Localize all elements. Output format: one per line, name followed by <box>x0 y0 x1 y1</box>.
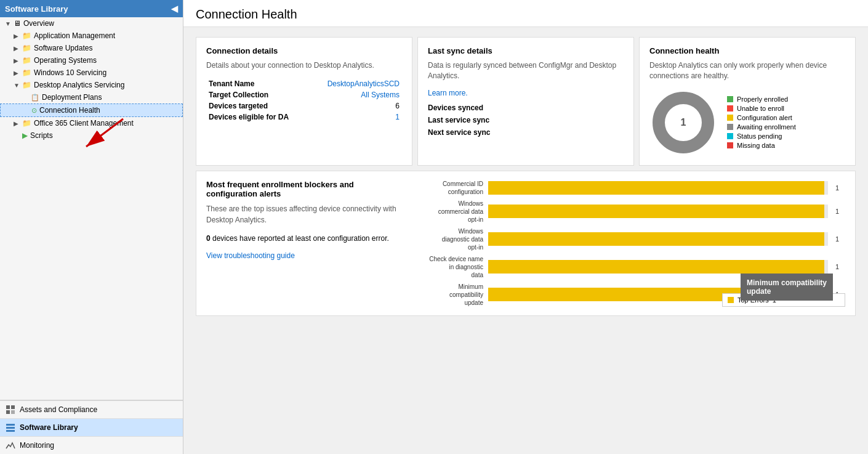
assets-icon <box>5 404 16 415</box>
sidebar-bottom-assets[interactable]: Assets and Compliance <box>0 400 183 418</box>
chart-legend: Properly enrolled Unable to enroll Confi… <box>727 95 796 149</box>
svg-rect-3 <box>6 410 10 414</box>
bar-track <box>488 232 828 246</box>
sidebar-item-label: Software Updates <box>34 44 178 52</box>
connection-health-subtitle: Desktop Analytics can only work properly… <box>649 60 845 81</box>
tooltip-legend-dot <box>728 297 734 303</box>
tooltip-box: Minimum compatibilityupdate <box>741 274 833 301</box>
bar-fill <box>488 205 824 218</box>
sidebar-collapse-btn[interactable]: ◀ <box>171 4 178 14</box>
view-troubleshooting-link[interactable]: View troubleshooting guide <box>206 251 295 260</box>
bar-value: 1 <box>835 184 845 192</box>
sync-devices-label: Devices synced <box>428 103 624 112</box>
sidebar-item-scripts[interactable]: ▶ Scripts <box>0 129 183 142</box>
sidebar-item-label: Deployment Plans <box>42 93 178 102</box>
sidebar-item-office365[interactable]: ▶ 📁 Office 365 Client Management <box>0 117 183 129</box>
last-sync-card: Last sync details Data is regularly sync… <box>417 37 634 166</box>
legend-item-unable-enroll: Unable to enroll <box>727 105 796 112</box>
bar-value: 1 <box>835 263 845 270</box>
last-sync-subtitle: Data is regularly synced between ConfigM… <box>428 60 624 81</box>
folder-icon: 📁 <box>22 81 31 89</box>
learn-more-link[interactable]: Learn more. <box>428 89 468 97</box>
legend-dot <box>727 105 733 111</box>
assets-label: Assets and Compliance <box>20 405 97 414</box>
monitoring-label: Monitoring <box>20 441 54 450</box>
legend-item-properly-enrolled: Properly enrolled <box>727 95 796 103</box>
sidebar-title: Software Library ◀ <box>0 0 183 17</box>
connection-details-title: Connection details <box>206 46 402 55</box>
bar-row-commercial-data: Windowscommercial dataopt-in 1 <box>416 200 845 224</box>
page-title: Connection Health <box>196 7 856 22</box>
sidebar-item-label: Windows 10 Servicing <box>34 68 178 77</box>
software-library-icon <box>5 422 16 433</box>
sidebar-item-app-management[interactable]: ▶ 📁 Application Management <box>0 30 183 42</box>
sync-devices-row: Devices synced <box>428 103 624 112</box>
expand-icon: ▶ <box>14 120 22 127</box>
sidebar-item-label: Overview <box>23 19 178 28</box>
folder-icon: 📁 <box>22 44 31 52</box>
tooltip-container: Minimum compatibilityupdate Top Errors 1 <box>722 291 845 307</box>
table-row: Devices eligible for DA 1 <box>206 111 402 123</box>
legend-dot <box>727 133 733 139</box>
sidebar-item-windows-servicing[interactable]: ▶ 📁 Windows 10 Servicing <box>0 67 183 79</box>
legend-dot <box>727 124 733 130</box>
legend-dot <box>727 142 733 148</box>
svg-rect-1 <box>6 405 10 409</box>
expand-icon: ▼ <box>14 82 22 89</box>
row-value: DesktopAnalyticsSCD <box>314 78 402 89</box>
svg-rect-4 <box>11 410 15 414</box>
table-row: Devices targeted 6 <box>206 100 402 111</box>
bar-fill <box>488 260 824 274</box>
sidebar-item-da-servicing[interactable]: ▼ 📁 Desktop Analytics Servicing <box>0 79 183 91</box>
overview-icon: 🖥 <box>14 19 21 28</box>
row-value: 6 <box>314 100 402 111</box>
row-label: Tenant Name <box>206 78 314 89</box>
legend-label: Awaiting enrollment <box>737 123 796 131</box>
donut-container: 1 Properly enrolled Unable to enroll <box>649 89 845 156</box>
bar-row-commercial-id: Commercial IDconfiguration 1 <box>416 180 845 196</box>
svg-rect-6 <box>6 427 15 429</box>
bar-track <box>488 260 828 274</box>
bar-label: Minimumcompatibilityupdate <box>416 283 483 307</box>
sidebar-bottom-software-library[interactable]: Software Library <box>0 418 183 436</box>
sidebar-nav: ▼ 🖥 Overview ▶ 📁 Application Management … <box>0 17 183 400</box>
folder-icon: 📁 <box>22 119 31 128</box>
bar-label: Windowsdiagnostic dataopt-in <box>416 227 483 251</box>
sidebar-item-connection-health[interactable]: ⊙ Connection Health <box>0 103 183 117</box>
cards-row-top: Connection details Details about your co… <box>196 37 856 166</box>
sidebar-item-software-updates[interactable]: ▶ 📁 Software Updates <box>0 42 183 54</box>
connection-details-subtitle: Details about your connection to Desktop… <box>206 60 402 71</box>
sidebar: Software Library ◀ ▼ 🖥 Overview ▶ 📁 Appl… <box>0 0 183 454</box>
deployment-icon: 📋 <box>31 94 39 102</box>
legend-label: Configuration alert <box>737 114 792 121</box>
svg-rect-7 <box>6 430 15 432</box>
sync-next-label: Next service sync <box>428 128 624 137</box>
bar-track <box>488 205 828 218</box>
zero-devices-text: 0 devices have reported at least one con… <box>206 233 403 244</box>
row-value: 1 <box>314 111 402 123</box>
row-label: Target Collection <box>206 89 314 100</box>
bar-fill <box>488 181 824 195</box>
bar-label: Commercial IDconfiguration <box>416 180 483 196</box>
folder-icon: 📁 <box>22 56 31 65</box>
legend-label: Unable to enroll <box>737 105 784 112</box>
bar-value: 1 <box>835 235 845 243</box>
bar-track <box>488 181 828 195</box>
sidebar-item-label: Desktop Analytics Servicing <box>34 81 178 89</box>
connection-health-title: Connection health <box>649 46 845 55</box>
sidebar-item-overview[interactable]: ▼ 🖥 Overview <box>0 17 183 30</box>
sidebar-bottom-monitoring[interactable]: Monitoring <box>0 436 183 454</box>
sidebar-item-deployment-plans[interactable]: 📋 Deployment Plans <box>0 91 183 103</box>
svg-rect-5 <box>6 424 15 426</box>
last-sync-title: Last sync details <box>428 46 624 55</box>
content-header: Connection Health <box>183 0 868 27</box>
svg-text:1: 1 <box>681 117 686 128</box>
expand-icon: ▶ <box>14 57 22 64</box>
monitoring-icon <box>5 440 16 451</box>
sync-last-row: Last service sync <box>428 116 624 124</box>
zero-count: 0 <box>206 234 211 243</box>
donut-chart: 1 <box>649 89 717 156</box>
sidebar-item-label: Application Management <box>34 31 178 40</box>
sidebar-item-operating-systems[interactable]: ▶ 📁 Operating Systems <box>0 54 183 67</box>
tooltip-title: Minimum compatibilityupdate <box>747 278 827 296</box>
